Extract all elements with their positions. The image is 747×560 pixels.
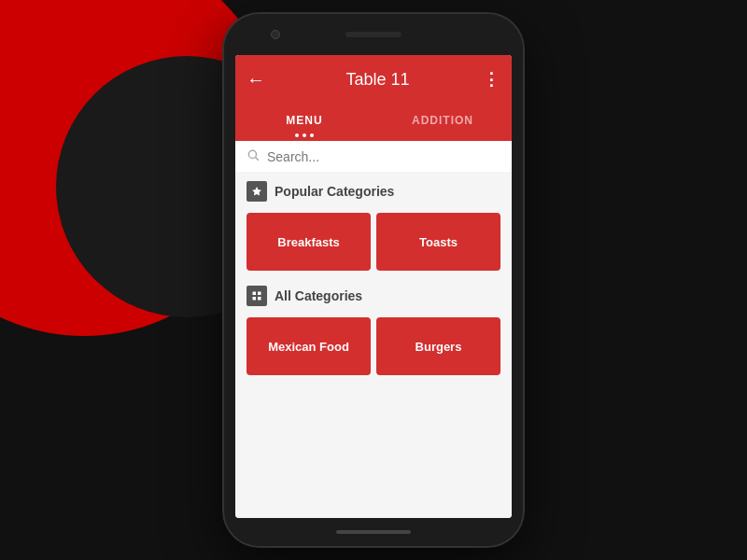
category-toasts[interactable]: Toasts xyxy=(376,213,500,271)
phone-camera xyxy=(271,30,280,39)
svg-rect-6 xyxy=(258,297,261,301)
phone-top-bar xyxy=(224,14,523,55)
svg-line-1 xyxy=(256,158,259,161)
svg-marker-2 xyxy=(252,187,261,196)
content-area: Popular Categories Breakfasts Toasts All… xyxy=(235,141,512,518)
search-bar xyxy=(235,141,512,172)
svg-rect-4 xyxy=(258,292,261,296)
all-categories-header: All Categories xyxy=(235,276,512,312)
search-icon xyxy=(247,148,260,164)
all-categories-grid: Mexican Food Burgers xyxy=(235,312,512,381)
svg-point-0 xyxy=(248,150,256,158)
search-input[interactable] xyxy=(267,149,500,164)
phone-screen: ← Table 11 ⋮ MENU ADDITION xyxy=(235,55,512,518)
app-bar: ← Table 11 ⋮ xyxy=(235,55,512,104)
tabs-bar: MENU ADDITION xyxy=(235,104,512,141)
phone-speaker xyxy=(345,32,402,37)
star-icon xyxy=(247,181,267,202)
page-title: Table 11 xyxy=(273,70,483,90)
phone-bottom xyxy=(224,518,523,546)
popular-categories-title: Popular Categories xyxy=(275,184,394,199)
svg-rect-3 xyxy=(253,292,257,296)
svg-rect-5 xyxy=(253,297,257,301)
back-button[interactable]: ← xyxy=(247,69,265,91)
category-mexican-food[interactable]: Mexican Food xyxy=(247,317,371,375)
all-categories-title: All Categories xyxy=(275,288,362,303)
category-burgers[interactable]: Burgers xyxy=(376,317,500,375)
tab-menu[interactable]: MENU xyxy=(235,104,374,141)
popular-categories-grid: Breakfasts Toasts xyxy=(235,207,512,276)
phone-frame: ← Table 11 ⋮ MENU ADDITION xyxy=(224,14,523,546)
home-indicator xyxy=(336,530,411,534)
category-breakfasts[interactable]: Breakfasts xyxy=(247,213,371,271)
more-options-button[interactable]: ⋮ xyxy=(483,69,500,90)
tab-addition[interactable]: ADDITION xyxy=(374,104,512,141)
grid-icon xyxy=(247,286,267,306)
popular-categories-header: Popular Categories xyxy=(235,172,512,207)
